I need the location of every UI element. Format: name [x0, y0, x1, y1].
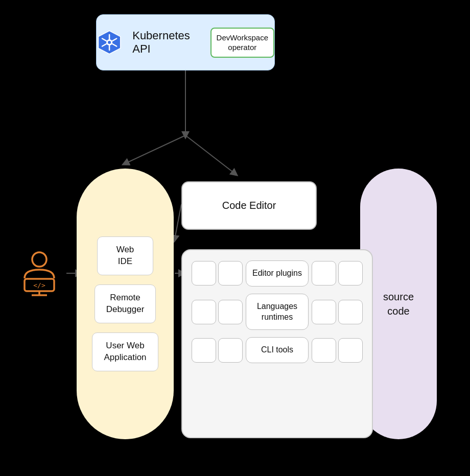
devworkspace-box: DevWorkspace operator — [210, 28, 274, 58]
code-editor-label: Code Editor — [222, 200, 276, 211]
web-ide-label: Web IDE — [116, 245, 134, 266]
cell-7 — [312, 300, 336, 324]
plugins-container: Editor plugins Languages runtimes — [181, 249, 373, 438]
svg-line-6 — [175, 204, 181, 239]
cell-9 — [192, 338, 216, 363]
editor-plugins-cells-right — [312, 261, 363, 285]
code-editor-box: Code Editor — [181, 181, 317, 230]
cell-3 — [312, 261, 336, 285]
svg-point-17 — [32, 252, 46, 267]
cli-tools-label: CLI tools — [246, 337, 309, 363]
cli-tools-text: CLI tools — [261, 345, 293, 354]
cell-10 — [218, 338, 243, 363]
cell-12 — [338, 338, 363, 363]
editor-plugins-label: Editor plugins — [246, 260, 309, 287]
svg-line-2 — [185, 135, 235, 174]
user-icon-container: </> — [15, 250, 64, 298]
devworkspace-label: DevWorkspace operator — [217, 33, 268, 52]
remote-debugger-label: Remote Debugger — [106, 293, 145, 314]
cell-2 — [218, 261, 243, 285]
user-web-app-item: User Web Application — [92, 332, 158, 371]
web-ide-item: Web IDE — [97, 236, 153, 275]
cell-4 — [338, 261, 363, 285]
source-code-label: source code — [383, 290, 414, 318]
kubernetes-panel: Kubernetes API DevWorkspace operator — [96, 14, 275, 70]
cell-1 — [192, 261, 216, 285]
languages-runtimes-label: Languages runtimes — [246, 294, 309, 330]
editor-plugins-text: Editor plugins — [252, 269, 302, 277]
languages-cells-left — [192, 300, 243, 324]
cell-5 — [192, 300, 216, 324]
cli-cells-left — [192, 338, 243, 363]
cli-cells-right — [312, 338, 363, 363]
cell-8 — [338, 300, 363, 324]
languages-runtimes-text: Languages runtimes — [257, 302, 297, 321]
kubernetes-api-label: Kubernetes API — [132, 29, 200, 56]
editor-plugins-row: Editor plugins — [192, 260, 363, 287]
svg-line-1 — [125, 135, 185, 163]
yellow-pill-container: Web IDE Remote Debugger User Web Applica… — [77, 169, 174, 439]
cell-11 — [312, 338, 336, 363]
diagram: Kubernetes API DevWorkspace operator Web… — [0, 0, 470, 476]
cli-tools-row: CLI tools — [192, 337, 363, 363]
kubernetes-logo-icon — [97, 28, 122, 57]
svg-text:</>: </> — [33, 281, 45, 289]
cell-6 — [218, 300, 243, 324]
developer-icon: </> — [15, 250, 64, 296]
remote-debugger-item: Remote Debugger — [95, 284, 156, 323]
languages-cells-right — [312, 300, 363, 324]
user-web-app-label: User Web Application — [104, 341, 146, 362]
editor-plugins-cells-left — [192, 261, 243, 285]
svg-point-10 — [108, 41, 111, 44]
languages-runtimes-row: Languages runtimes — [192, 294, 363, 330]
